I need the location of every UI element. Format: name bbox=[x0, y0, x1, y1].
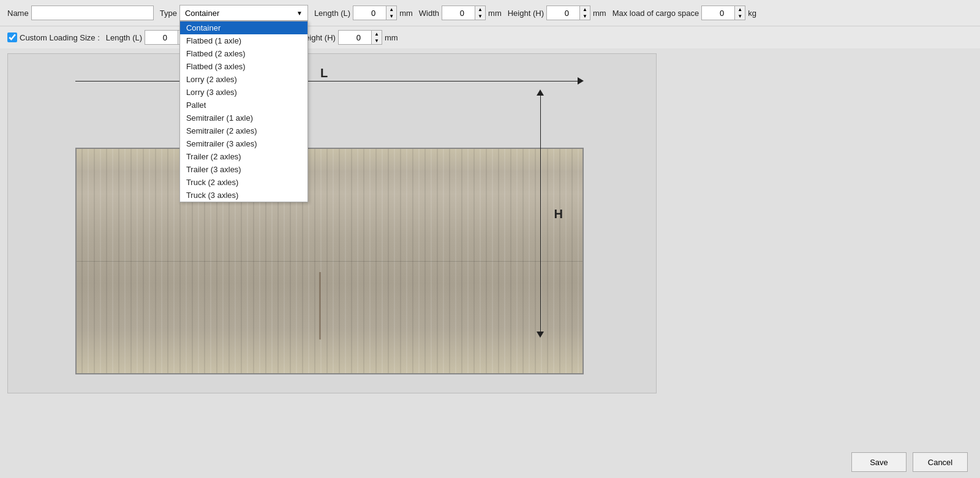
dropdown-item[interactable]: Semitrailer (3 axles) bbox=[180, 137, 307, 150]
cl-length-label: Length (L) bbox=[106, 33, 142, 42]
height-input[interactable] bbox=[546, 6, 580, 20]
dropdown-item[interactable]: Semitrailer (2 axles) bbox=[180, 124, 307, 137]
width-down-button[interactable]: ▼ bbox=[475, 13, 485, 20]
dropdown-item[interactable]: Pallet bbox=[180, 99, 307, 112]
cl-length-input[interactable] bbox=[145, 30, 178, 45]
max-load-down-button[interactable]: ▼ bbox=[735, 13, 745, 20]
type-select-wrapper: Container ▼ ContainerFlatbed (1 axle)Fla… bbox=[179, 5, 308, 21]
name-label: Name bbox=[7, 9, 29, 18]
h-arrow bbox=[537, 89, 544, 338]
width-up-button[interactable]: ▲ bbox=[475, 6, 485, 13]
dropdown-item[interactable]: Container bbox=[180, 21, 307, 34]
max-load-field-group: Max load of cargo space ▲ ▼ kg bbox=[612, 6, 756, 20]
length-up-button[interactable]: ▲ bbox=[386, 6, 396, 13]
height-field-group: Height (H) ▲ ▼ mm bbox=[508, 6, 606, 20]
container-door-detail bbox=[319, 272, 321, 340]
l-label: L bbox=[320, 66, 328, 80]
dropdown-item[interactable]: Flatbed (2 axles) bbox=[180, 47, 307, 60]
max-load-up-button[interactable]: ▲ bbox=[735, 6, 745, 13]
width-spinner: ▲ ▼ bbox=[442, 6, 486, 20]
cl-height-spinner-btns: ▲ ▼ bbox=[372, 30, 382, 45]
height-label: Height (H) bbox=[508, 9, 544, 18]
cl-height-unit: mm bbox=[385, 33, 398, 42]
length-input[interactable] bbox=[353, 6, 386, 20]
cancel-button[interactable]: Cancel bbox=[913, 452, 968, 472]
cl-height-up-button[interactable]: ▲ bbox=[372, 31, 382, 37]
max-load-input[interactable] bbox=[701, 6, 735, 20]
h-arrow-up-head bbox=[537, 89, 544, 96]
height-spinner: ▲ ▼ bbox=[546, 6, 590, 20]
dropdown-item[interactable]: Trailer (3 axles) bbox=[180, 163, 307, 176]
width-input[interactable] bbox=[442, 6, 475, 20]
type-selected-value: Container bbox=[185, 9, 219, 18]
dropdown-item[interactable]: Semitrailer (1 axle) bbox=[180, 112, 307, 124]
container-image bbox=[75, 148, 584, 374]
h-arrow-down-head bbox=[537, 332, 544, 338]
max-load-spinner: ▲ ▼ bbox=[701, 6, 745, 20]
h-arrow-line bbox=[540, 96, 541, 332]
type-dropdown-menu: ContainerFlatbed (1 axle)Flatbed (2 axle… bbox=[179, 21, 308, 202]
height-unit: mm bbox=[593, 9, 606, 18]
arrow-right-head bbox=[578, 77, 584, 85]
h-label: H bbox=[554, 207, 563, 221]
bottom-bar: Save Cancel bbox=[851, 452, 968, 472]
dropdown-item[interactable]: Flatbed (3 axles) bbox=[180, 60, 307, 73]
max-load-label: Max load of cargo space bbox=[612, 9, 699, 18]
length-down-button[interactable]: ▼ bbox=[386, 13, 396, 20]
l-arrow bbox=[75, 77, 584, 85]
length-spinner: ▲ ▼ bbox=[353, 6, 397, 20]
type-select-button[interactable]: Container ▼ bbox=[179, 5, 308, 21]
width-field-group: Width ▲ ▼ mm bbox=[419, 6, 502, 20]
custom-loading-checkbox[interactable] bbox=[7, 32, 17, 42]
dropdown-item[interactable]: Truck (3 axles) bbox=[180, 189, 307, 202]
height-spinner-btns: ▲ ▼ bbox=[580, 6, 590, 20]
dropdown-item[interactable]: Truck (2 axles) bbox=[180, 176, 307, 189]
type-label: Type bbox=[160, 9, 177, 18]
chevron-down-icon: ▼ bbox=[296, 10, 303, 17]
cl-height-down-button[interactable]: ▼ bbox=[372, 37, 382, 44]
max-load-spinner-btns: ▲ ▼ bbox=[735, 6, 745, 20]
cl-height-field-group: Height (H) ▲ ▼ mm bbox=[300, 30, 398, 45]
dropdown-item[interactable]: Lorry (2 axles) bbox=[180, 73, 307, 86]
width-label: Width bbox=[419, 9, 439, 18]
cl-height-spinner: ▲ ▼ bbox=[338, 30, 382, 45]
width-spinner-btns: ▲ ▼ bbox=[475, 6, 486, 20]
custom-loading-label: Custom Loading Size : bbox=[20, 33, 100, 42]
top-bar: Name Type Container ▼ ContainerFlatbed (… bbox=[0, 0, 980, 26]
height-down-button[interactable]: ▼ bbox=[580, 13, 590, 20]
custom-loading-checkbox-label[interactable]: Custom Loading Size : bbox=[7, 32, 100, 42]
type-field-group: Type Container ▼ ContainerFlatbed (1 axl… bbox=[160, 5, 308, 21]
dropdown-item[interactable]: Lorry (3 axles) bbox=[180, 86, 307, 99]
length-field-group: Length (L) ▲ ▼ mm bbox=[314, 6, 413, 20]
length-unit: mm bbox=[399, 9, 413, 18]
save-button[interactable]: Save bbox=[851, 452, 907, 472]
main-content: L H bbox=[0, 48, 980, 398]
dropdown-item[interactable]: Trailer (2 axles) bbox=[180, 150, 307, 163]
dropdown-item[interactable]: Flatbed (1 axle) bbox=[180, 34, 307, 47]
name-input[interactable] bbox=[31, 6, 154, 20]
name-field-group: Name bbox=[7, 6, 154, 20]
width-unit: mm bbox=[488, 9, 502, 18]
l-arrow-line bbox=[75, 81, 578, 82]
container-mid-line bbox=[77, 261, 582, 262]
length-label: Length (L) bbox=[314, 9, 350, 18]
custom-loading-row: Custom Loading Size : Length (L) ▲ ▼ mm … bbox=[0, 26, 980, 48]
max-load-unit: kg bbox=[748, 9, 756, 18]
container-diagram: L H bbox=[7, 53, 657, 393]
length-spinner-btns: ▲ ▼ bbox=[386, 6, 397, 20]
cl-height-input[interactable] bbox=[338, 30, 372, 45]
height-up-button[interactable]: ▲ bbox=[580, 6, 590, 13]
